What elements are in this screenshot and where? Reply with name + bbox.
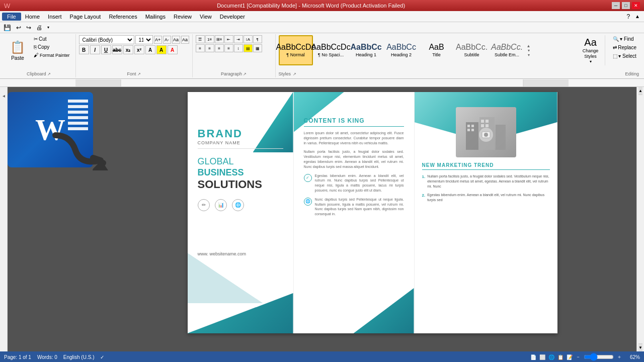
menu-references[interactable]: References bbox=[105, 13, 141, 21]
menu-view[interactable]: View bbox=[196, 13, 216, 21]
zoom-out-button[interactable]: － bbox=[576, 353, 581, 360]
borders-button[interactable]: ▦ bbox=[253, 44, 262, 52]
style-subtle-em-label: Subtle Em... bbox=[495, 52, 519, 57]
strikethrough-button[interactable]: abc bbox=[112, 45, 122, 54]
close-button[interactable]: ✕ bbox=[632, 2, 640, 9]
font-group: Calibri (Body) 11 A+ A- Aa Aa B I U abc … bbox=[76, 34, 193, 77]
text-highlight-button[interactable]: A bbox=[156, 45, 167, 54]
teal-bottom-right-shape bbox=[354, 288, 414, 333]
right-scrollbar[interactable]: ▲ ▼ bbox=[636, 87, 644, 351]
numbering-button[interactable]: 1≡ bbox=[205, 35, 214, 43]
zoom-in-button[interactable]: ＋ bbox=[617, 353, 622, 360]
paragraph-expand-icon[interactable]: ↗ bbox=[243, 72, 247, 76]
view-web-btn[interactable]: 🌐 bbox=[548, 354, 554, 360]
font-name-select[interactable]: Calibri (Body) bbox=[79, 35, 134, 44]
italic-button[interactable]: I bbox=[90, 45, 100, 54]
menu-mailings[interactable]: Mailings bbox=[141, 13, 170, 21]
clipboard-expand-icon[interactable]: ↗ bbox=[47, 72, 51, 76]
bullets-button[interactable]: ☰ bbox=[196, 35, 205, 43]
more-styles-button[interactable]: ▲ ▾ ▾ bbox=[525, 35, 532, 65]
paste-button[interactable]: 📋 Paste bbox=[5, 35, 30, 65]
minimize-button[interactable]: ─ bbox=[612, 2, 620, 9]
qa-dropdown-icon[interactable]: ▾ bbox=[46, 25, 51, 30]
bold-button[interactable]: B bbox=[79, 45, 89, 54]
select-button[interactable]: ⬚ ▾ Select bbox=[610, 52, 639, 60]
brochure-middle-panel: CONTENT IS KING Lorem ipsum dolor sit am… bbox=[293, 92, 414, 333]
decrease-indent-button[interactable]: ⇤ bbox=[224, 35, 233, 43]
subscript-button[interactable]: x₂ bbox=[123, 45, 133, 54]
menu-page-layout[interactable]: Page Layout bbox=[66, 13, 105, 21]
save-qa-button[interactable]: 💾 bbox=[2, 24, 13, 32]
view-draft-btn[interactable]: 📝 bbox=[567, 354, 573, 360]
change-styles-button[interactable]: Aa ChangeStyles ▾ bbox=[578, 35, 603, 65]
increase-indent-button[interactable]: ⇥ bbox=[234, 35, 243, 43]
align-left-button[interactable]: ≡ bbox=[196, 44, 205, 52]
styles-expand-icon[interactable]: ↗ bbox=[293, 72, 296, 76]
clear-format-button[interactable]: Aa bbox=[172, 36, 180, 44]
line-spacing-button[interactable]: ↕ bbox=[234, 44, 243, 52]
style-heading1[interactable]: AaBbCc Heading 1 bbox=[349, 35, 383, 65]
maximize-button[interactable]: □ bbox=[622, 2, 630, 9]
font-expand-icon[interactable]: ↗ bbox=[137, 72, 141, 76]
style-normal[interactable]: AaBbCcDc ¶ Normal bbox=[279, 35, 313, 65]
window-title: Document1 [Compatibility Mode] - Microso… bbox=[10, 3, 612, 9]
menu-insert[interactable]: Insert bbox=[44, 13, 66, 21]
justify-button[interactable]: ≡ bbox=[224, 44, 233, 52]
view-print-btn[interactable]: 📄 bbox=[530, 354, 536, 360]
redo-qa-button[interactable]: ↪ bbox=[25, 24, 33, 32]
bullet-icon-1: ✓ bbox=[304, 174, 312, 182]
undo-qa-button[interactable]: ↩ bbox=[15, 24, 23, 32]
multilevel-list-button[interactable]: ⊞≡ bbox=[215, 35, 224, 43]
spell-check-icon[interactable]: ✓ bbox=[100, 354, 104, 360]
document-area[interactable]: W bbox=[8, 87, 636, 351]
ribbon: 📋 Paste ✂ Cut ⎘ Copy 🖌 Format Painter bbox=[0, 33, 644, 79]
style-heading2[interactable]: AaBbCc Heading 2 bbox=[384, 35, 419, 65]
font-size-select[interactable]: 11 bbox=[135, 35, 153, 44]
menu-developer[interactable]: Developer bbox=[216, 13, 249, 21]
show-marks-button[interactable]: ¶ bbox=[253, 35, 262, 43]
style-subtitle[interactable]: AaBbCc. Subtitle bbox=[455, 35, 489, 65]
paste-label: Paste bbox=[11, 55, 24, 61]
view-full-btn[interactable]: ⬜ bbox=[539, 354, 545, 360]
print-qa-button[interactable]: 🖨 bbox=[35, 24, 44, 32]
bullet-icon-2: 🌐 bbox=[304, 198, 312, 206]
align-center-button[interactable]: ≡ bbox=[205, 44, 214, 52]
style-no-spacing[interactable]: AaBbCcDc ¶ No Spaci... bbox=[314, 35, 348, 65]
change-case-button[interactable]: Aa bbox=[181, 36, 189, 44]
cut-button[interactable]: ✂ Cut bbox=[31, 35, 72, 43]
underline-button[interactable]: U bbox=[101, 45, 111, 54]
sort-button[interactable]: ↕A bbox=[244, 35, 253, 43]
change-styles-arrow: ▾ bbox=[590, 59, 592, 64]
find-button[interactable]: 🔍 ▾ Find bbox=[610, 35, 636, 43]
change-styles-label: ChangeStyles bbox=[583, 48, 599, 59]
menu-file[interactable]: File bbox=[2, 13, 21, 21]
shading-button[interactable]: ▤ bbox=[244, 44, 253, 52]
ribbon-minimize-icon[interactable]: ▲ bbox=[633, 14, 642, 19]
replace-button[interactable]: ⇄ Replace bbox=[610, 44, 639, 51]
menu-review[interactable]: Review bbox=[170, 13, 196, 21]
view-outline-btn[interactable]: 📋 bbox=[557, 354, 564, 360]
menu-home[interactable]: Home bbox=[21, 13, 44, 21]
text-effects-button[interactable]: A bbox=[145, 45, 155, 54]
style-subtle-em[interactable]: AaBbCc. Subtle Em... bbox=[490, 35, 524, 65]
format-painter-button[interactable]: 🖌 Format Painter bbox=[31, 51, 72, 59]
style-title[interactable]: AaB Title bbox=[420, 35, 454, 65]
icon-text-row-2: 🌐 Nunc dapibus turpis sed Pellentesque u… bbox=[304, 197, 404, 217]
grow-font-button[interactable]: A+ bbox=[154, 36, 162, 44]
scroll-up-button[interactable]: ▲ bbox=[638, 87, 642, 95]
align-right-button[interactable]: ≡ bbox=[215, 44, 224, 52]
shrink-font-button[interactable]: A- bbox=[163, 36, 171, 44]
style-heading1-preview: AaBbCc bbox=[350, 43, 381, 51]
font-color-button[interactable]: A bbox=[168, 45, 178, 54]
help-icon[interactable]: ? bbox=[623, 13, 633, 20]
scroll-down-button[interactable]: ▼ bbox=[638, 343, 642, 351]
list-item-1-text: Nullam porta facilisis justo, a feugiat … bbox=[427, 174, 549, 189]
styles-gallery-content: AaBbCcDc ¶ Normal AaBbCcDc ¶ No Spaci...… bbox=[279, 35, 639, 70]
superscript-button[interactable]: x² bbox=[134, 45, 144, 54]
copy-button[interactable]: ⎘ Copy bbox=[31, 43, 72, 51]
status-right: 📄 ⬜ 🌐 📋 📝 － ＋ 62% bbox=[530, 353, 640, 360]
clipboard-label: Clipboard ↗ bbox=[5, 70, 72, 76]
doc-line bbox=[68, 116, 88, 119]
zoom-level[interactable]: 62% bbox=[625, 354, 640, 360]
zoom-slider[interactable] bbox=[584, 354, 614, 359]
